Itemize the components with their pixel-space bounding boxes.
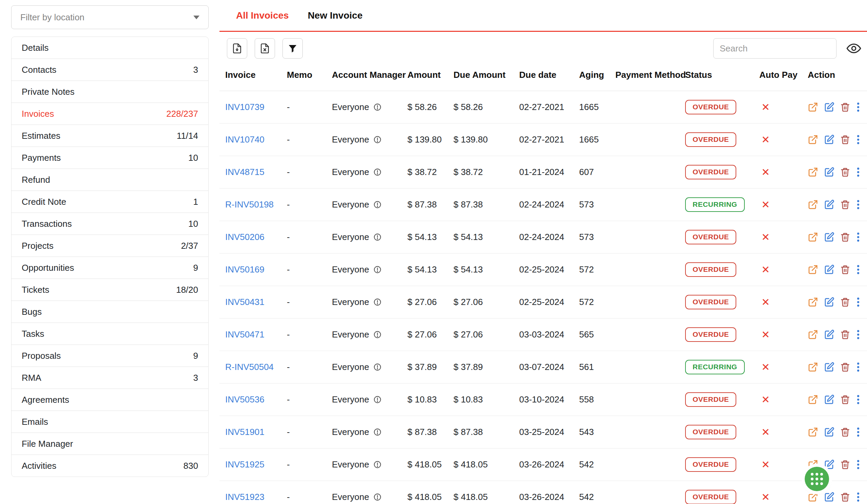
- delete-invoice-button[interactable]: [840, 102, 850, 112]
- delete-invoice-button[interactable]: [840, 134, 850, 145]
- row-menu-button[interactable]: [856, 394, 860, 405]
- sidebar-item-rma[interactable]: RMA 3: [11, 366, 208, 389]
- open-invoice-button[interactable]: [808, 492, 818, 502]
- sidebar-item-emails[interactable]: Emails: [11, 410, 208, 433]
- invoice-link[interactable]: INV50536: [225, 394, 265, 405]
- edit-invoice-button[interactable]: [824, 134, 835, 145]
- sidebar-item-transactions[interactable]: Transactions 10: [11, 212, 208, 235]
- delete-invoice-button[interactable]: [840, 492, 850, 502]
- edit-invoice-button[interactable]: [824, 297, 835, 307]
- edit-invoice-button[interactable]: [824, 427, 835, 437]
- edit-icon: [824, 394, 835, 405]
- external-link-icon: [808, 134, 818, 145]
- invoice-link[interactable]: INV51923: [225, 492, 265, 502]
- invoice-link[interactable]: R-INV50504: [225, 362, 274, 372]
- invoice-link[interactable]: INV48715: [225, 167, 265, 177]
- delete-invoice-button[interactable]: [840, 459, 850, 470]
- edit-invoice-button[interactable]: [824, 167, 835, 177]
- edit-invoice-button[interactable]: [824, 199, 835, 210]
- quick-actions-fab[interactable]: [805, 467, 829, 491]
- sidebar-item-opportunities[interactable]: Opportunities 9: [11, 256, 208, 279]
- sidebar-item-refund[interactable]: Refund: [11, 168, 208, 191]
- sidebar-item-credit-note[interactable]: Credit Note 1: [11, 190, 208, 213]
- sidebar-item-estimates[interactable]: Estimates 11/14: [11, 124, 208, 147]
- invoice-link[interactable]: INV50169: [225, 264, 265, 274]
- open-invoice-button[interactable]: [808, 362, 818, 372]
- open-invoice-button[interactable]: [808, 329, 818, 340]
- invoice-link[interactable]: INV10739: [225, 102, 265, 112]
- memo-cell: -: [287, 329, 332, 340]
- edit-invoice-button[interactable]: [824, 232, 835, 242]
- export-excel-button[interactable]: [255, 38, 275, 58]
- sidebar-item-bugs[interactable]: Bugs: [11, 300, 208, 323]
- sidebar-item-contacts[interactable]: Contacts 3: [11, 58, 208, 81]
- row-menu-button[interactable]: [856, 362, 860, 372]
- tab-all-invoices[interactable]: All Invoices: [236, 10, 289, 21]
- delete-invoice-button[interactable]: [840, 329, 850, 340]
- tab-new-invoice[interactable]: New Invoice: [308, 10, 363, 21]
- delete-invoice-button[interactable]: [840, 394, 850, 405]
- sidebar-item-proposals[interactable]: Proposals 9: [11, 344, 208, 367]
- open-invoice-button[interactable]: [808, 427, 818, 437]
- row-menu-button[interactable]: [856, 232, 860, 242]
- open-invoice-button[interactable]: [808, 134, 818, 145]
- sidebar-item-agreements[interactable]: Agreements: [11, 388, 208, 411]
- open-invoice-button[interactable]: [808, 232, 818, 242]
- autopay-cell: ✕: [759, 166, 808, 178]
- open-invoice-button[interactable]: [808, 394, 818, 405]
- row-menu-button[interactable]: [856, 459, 860, 470]
- invoice-link[interactable]: INV51925: [225, 459, 265, 470]
- export-pdf-button[interactable]: [227, 38, 247, 58]
- sidebar-item-tickets[interactable]: Tickets 18/20: [11, 278, 208, 301]
- search-input[interactable]: [713, 38, 836, 58]
- open-invoice-button[interactable]: [808, 297, 818, 307]
- row-actions: [808, 394, 867, 405]
- sidebar-item-invoices[interactable]: Invoices 228/237: [11, 102, 208, 125]
- open-invoice-button[interactable]: [808, 167, 818, 177]
- visibility-toggle-button[interactable]: [846, 42, 861, 55]
- edit-invoice-button[interactable]: [824, 394, 835, 405]
- invoice-link[interactable]: INV51901: [225, 427, 265, 437]
- invoice-link[interactable]: INV50206: [225, 232, 265, 242]
- invoice-link[interactable]: INV50431: [225, 297, 265, 307]
- invoice-link[interactable]: INV10740: [225, 134, 265, 144]
- sidebar-item-count: 2/37: [181, 241, 198, 251]
- row-menu-button[interactable]: [856, 199, 860, 210]
- filter-button[interactable]: [282, 38, 303, 58]
- edit-invoice-button[interactable]: [824, 102, 835, 112]
- edit-invoice-button[interactable]: [824, 362, 835, 372]
- delete-invoice-button[interactable]: [840, 167, 850, 177]
- sidebar-item-tasks[interactable]: Tasks: [11, 322, 208, 345]
- sidebar-item-projects[interactable]: Projects 2/37: [11, 234, 208, 257]
- sidebar-item-private-notes[interactable]: Private Notes: [11, 80, 208, 103]
- delete-invoice-button[interactable]: [840, 427, 850, 437]
- row-menu-button[interactable]: [856, 329, 860, 340]
- sidebar-item-details[interactable]: Details: [11, 36, 208, 59]
- delete-invoice-button[interactable]: [840, 362, 850, 372]
- open-invoice-button[interactable]: [808, 199, 818, 210]
- open-invoice-button[interactable]: [808, 264, 818, 275]
- sidebar-item-activities[interactable]: Activities 830: [11, 454, 208, 477]
- sidebar-item-file-manager[interactable]: File Manager: [11, 432, 208, 455]
- row-menu-button[interactable]: [856, 297, 860, 307]
- row-menu-button[interactable]: [856, 427, 860, 437]
- row-menu-button[interactable]: [856, 492, 860, 502]
- row-menu-button[interactable]: [856, 167, 860, 177]
- edit-invoice-button[interactable]: [824, 264, 835, 275]
- edit-invoice-button[interactable]: [824, 492, 835, 502]
- row-menu-button[interactable]: [856, 102, 860, 112]
- delete-invoice-button[interactable]: [840, 199, 850, 210]
- invoice-link[interactable]: INV50471: [225, 329, 265, 340]
- delete-invoice-button[interactable]: [840, 232, 850, 242]
- row-menu-button[interactable]: [856, 134, 860, 145]
- edit-invoice-button[interactable]: [824, 459, 835, 470]
- delete-invoice-button[interactable]: [840, 264, 850, 275]
- sidebar-item-payments[interactable]: Payments 10: [11, 146, 208, 169]
- edit-invoice-button[interactable]: [824, 329, 835, 340]
- invoice-link[interactable]: R-INV50198: [225, 199, 274, 209]
- open-invoice-button[interactable]: [808, 102, 818, 112]
- delete-invoice-button[interactable]: [840, 297, 850, 307]
- sidebar-item-count: 1: [193, 197, 198, 207]
- row-menu-button[interactable]: [856, 264, 860, 275]
- location-filter-select[interactable]: Filter by location: [11, 6, 208, 29]
